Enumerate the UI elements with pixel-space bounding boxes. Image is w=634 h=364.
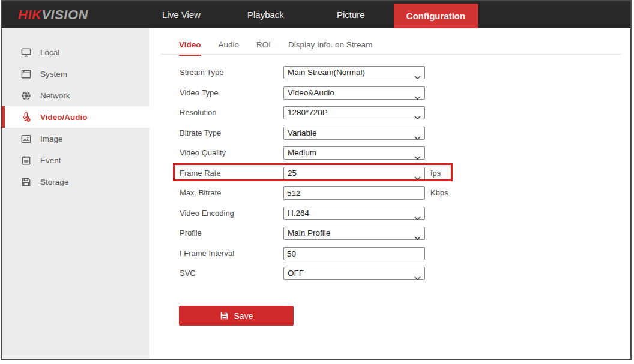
- bitrate-type-select[interactable]: Variable: [283, 127, 425, 140]
- form-row-svc: SVC OFF: [149, 267, 630, 280]
- video-encoding-select[interactable]: H.264: [283, 207, 425, 220]
- microphone-icon: [20, 112, 32, 123]
- chevron-down-icon: [414, 152, 421, 164]
- chevron-down-icon: [414, 112, 421, 124]
- field-label: Video Encoding: [180, 207, 279, 220]
- logo-hik: HIK: [18, 7, 41, 22]
- sidebar-item-system[interactable]: System: [2, 63, 149, 85]
- save-icon: [220, 311, 229, 320]
- form-row-bitrate-type: Bitrate Type Variable: [149, 127, 630, 140]
- frame-rate-unit: fps: [430, 167, 441, 180]
- svc-select[interactable]: OFF: [283, 267, 425, 280]
- sidebar-item-label: Storage: [40, 178, 68, 186]
- select-value: Variable: [288, 128, 317, 137]
- form-row-resolution: Resolution 1280*720P: [149, 106, 630, 119]
- app-window: HIKVISION Live View Playback Picture Con…: [1, 0, 632, 360]
- sidebar-item-storage[interactable]: Storage: [2, 171, 149, 192]
- floppy-icon: [20, 176, 32, 188]
- chevron-down-icon: [414, 172, 421, 184]
- save-button-label: Save: [234, 311, 253, 321]
- field-label: Frame Rate: [180, 167, 279, 180]
- top-navigation-bar: HIKVISION Live View Playback Picture Con…: [2, 1, 630, 28]
- chevron-down-icon: [414, 92, 421, 104]
- form-row-frame-rate: Frame Rate 25 fps: [149, 167, 630, 180]
- select-value: Main Stream(Normal): [288, 68, 365, 77]
- select-value: 25: [288, 169, 297, 178]
- profile-select[interactable]: Main Profile: [283, 227, 425, 240]
- nav-picture[interactable]: Picture: [337, 1, 365, 28]
- form-row-i-frame-interval: I Frame Interval: [149, 247, 630, 260]
- max-bitrate-unit: Kbps: [430, 186, 448, 200]
- field-label: Video Quality: [180, 146, 279, 160]
- sidebar-item-label: Network: [40, 91, 70, 100]
- field-label: I Frame Interval: [180, 247, 279, 260]
- chevron-down-icon: [414, 212, 421, 224]
- field-label: SVC: [180, 267, 279, 280]
- sidebar-item-event[interactable]: Event: [2, 149, 149, 171]
- select-value: Main Profile: [288, 228, 330, 237]
- sidebar: Local System Network: [2, 28, 149, 359]
- hikvision-logo: HIKVISION: [18, 1, 88, 28]
- sidebar-item-label: Image: [40, 134, 63, 143]
- form-row-video-type: Video Type Video&Audio: [149, 86, 630, 100]
- select-value: Video&Audio: [288, 88, 334, 97]
- form-row-video-quality: Video Quality Medium: [149, 146, 630, 160]
- nav-playback[interactable]: Playback: [247, 1, 284, 28]
- chevron-down-icon: [414, 272, 421, 284]
- max-bitrate-input[interactable]: [283, 186, 425, 200]
- sidebar-item-network[interactable]: Network: [2, 85, 149, 106]
- globe-icon: [20, 90, 32, 101]
- frame-rate-select[interactable]: 25: [283, 167, 425, 180]
- video-type-select[interactable]: Video&Audio: [283, 86, 425, 100]
- main-content: Video Audio ROI Display Info. on Stream …: [149, 28, 630, 359]
- window-icon: [20, 68, 32, 80]
- i-frame-interval-input[interactable]: [283, 247, 425, 260]
- chevron-down-icon: [414, 132, 421, 144]
- monitor-icon: [20, 47, 32, 58]
- field-label: Profile: [180, 227, 279, 240]
- chevron-down-icon: [414, 232, 421, 244]
- field-label: Video Type: [180, 86, 279, 100]
- nav-live-view[interactable]: Live View: [162, 1, 201, 28]
- save-button[interactable]: Save: [179, 306, 294, 326]
- form-row-video-encoding: Video Encoding H.264: [149, 207, 630, 220]
- select-value: OFF: [288, 269, 304, 278]
- field-label: Resolution: [180, 106, 279, 119]
- logo-vision: VISION: [41, 7, 88, 22]
- resolution-select[interactable]: 1280*720P: [283, 106, 425, 119]
- field-label: Max. Bitrate: [180, 186, 279, 200]
- form-row-max-bitrate: Max. Bitrate Kbps: [149, 186, 630, 200]
- sidebar-item-label: Event: [40, 156, 61, 165]
- select-value: Medium: [288, 148, 316, 157]
- field-label: Stream Type: [180, 66, 279, 79]
- stream-type-select[interactable]: Main Stream(Normal): [283, 66, 425, 79]
- nav-configuration[interactable]: Configuration: [394, 4, 478, 28]
- select-value: 1280*720P: [288, 108, 328, 117]
- sidebar-item-video-audio[interactable]: Video/Audio: [2, 106, 149, 128]
- picture-icon: [20, 133, 32, 145]
- notepad-icon: [20, 155, 32, 166]
- sidebar-item-local[interactable]: Local: [2, 41, 149, 63]
- video-quality-select[interactable]: Medium: [283, 146, 425, 160]
- field-label: Bitrate Type: [180, 127, 279, 140]
- chevron-down-icon: [414, 71, 421, 83]
- sidebar-item-label: Video/Audio: [40, 113, 88, 122]
- form-row-profile: Profile Main Profile: [149, 227, 630, 240]
- tab-separator: [160, 54, 621, 55]
- form-row-stream-type: Stream Type Main Stream(Normal): [149, 66, 630, 79]
- sidebar-item-label: Local: [40, 48, 59, 57]
- select-value: H.264: [288, 209, 309, 218]
- sidebar-item-label: System: [40, 70, 67, 79]
- sidebar-item-image[interactable]: Image: [2, 128, 149, 149]
